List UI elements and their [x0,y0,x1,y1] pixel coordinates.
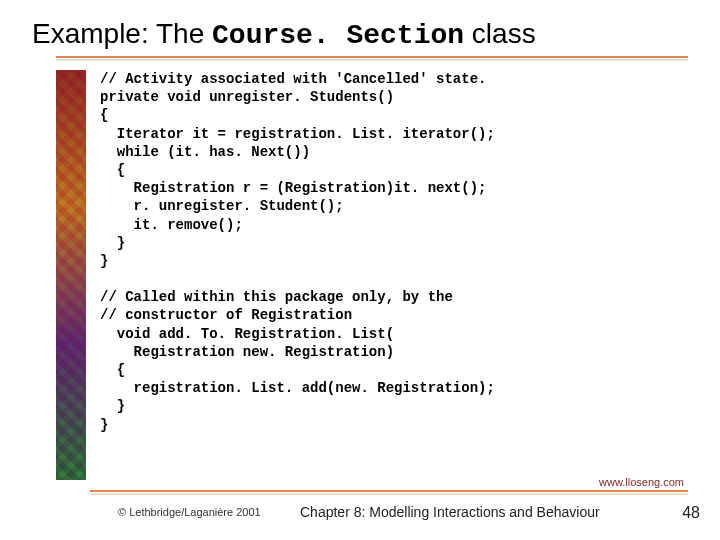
source-url: www.lloseng.com [599,476,684,488]
decorative-weave [56,70,86,480]
footer: © Lethbridge/Laganière 2001 Chapter 8: M… [0,500,720,530]
code-listing: // Activity associated with 'Cancelled' … [100,70,495,434]
title-classname: Course. Section [212,20,464,51]
title-suffix: class [464,18,536,49]
slide-title: Example: The Course. Section class [32,18,536,51]
title-underline [56,56,688,58]
title-prefix: Example: The [32,18,212,49]
chapter-title: Chapter 8: Modelling Interactions and Be… [300,504,600,520]
page-number: 48 [682,504,700,522]
footer-divider [90,490,688,492]
slide: Example: The Course. Section class // Ac… [0,0,720,540]
copyright-text: © Lethbridge/Laganière 2001 [118,506,261,518]
